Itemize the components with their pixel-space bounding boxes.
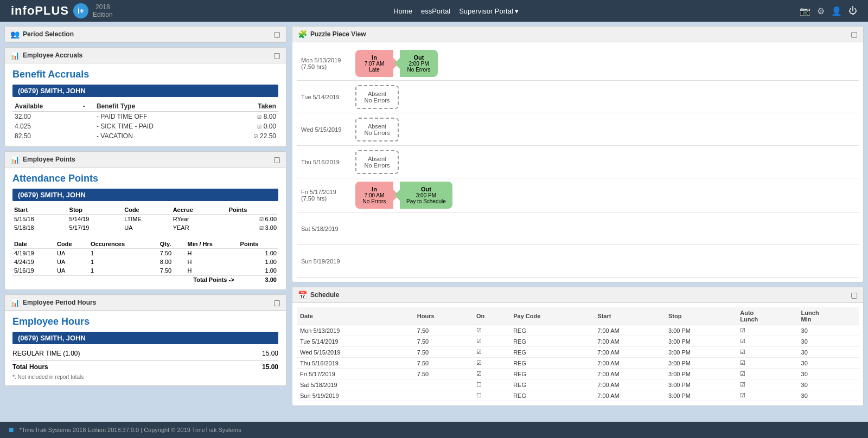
table-row: Mon 5/13/2019 7.50 ☑ REG 7:00 AM 3:00 PM…	[297, 325, 859, 336]
header-icons: 📷 ⚙ 👤 ⏻	[800, 6, 857, 16]
employee-points-box: 📊 Employee Points ▢ Attendance Points (0…	[4, 151, 286, 290]
points-total-value: 3.00	[239, 275, 278, 285]
points-title: Employee Points	[23, 156, 75, 163]
col-dash: -	[81, 101, 94, 112]
logout-icon[interactable]: ⏻	[848, 6, 857, 16]
hours-employee-badge: (0679) SMITH, JOHN	[12, 332, 278, 344]
schedule-minimize-button[interactable]: ▢	[851, 291, 858, 299]
table-row: 4.025 - SICK TIME - PAID ☑ 0.00	[12, 121, 278, 131]
left-panel: 👥 Period Selection ▢ 📊 Employee Accruals…	[4, 26, 286, 417]
nav-home[interactable]: Home	[393, 7, 412, 15]
puzzle-icon: 🧩	[298, 30, 307, 38]
accruals-body: Benefit Accruals (0679) SMITH, JOHN Avai…	[5, 63, 286, 146]
hours-body: Employee Hours (0679) SMITH, JOHN REGULA…	[5, 311, 286, 385]
det-col-points: Points	[239, 240, 278, 249]
pts-col-stop: Stop	[68, 205, 123, 215]
total-hours-row: Total Hours 15.00	[12, 360, 278, 371]
puzzle-header: 🧩 Puzzle Piece View ▢	[292, 27, 863, 42]
top-header: infoPLUS i+ 2018 Edition Home essPortal …	[0, 0, 868, 22]
gear-icon[interactable]: ⚙	[817, 6, 825, 16]
points-minimize-button[interactable]: ▢	[273, 155, 280, 164]
puzzle-out-piece: Out 2:00 PM No Errors	[400, 50, 438, 77]
det-col-occ: Occurences	[89, 240, 158, 249]
points-body: Attendance Points (0679) SMITH, JOHN Sta…	[5, 168, 286, 289]
hours-minimize-button[interactable]: ▢	[273, 298, 280, 307]
puzzle-absent-piece: Absent No Errors	[355, 150, 399, 174]
pts-col-start: Start	[12, 205, 68, 215]
right-panel: 🧩 Puzzle Piece View ▢ Mon 5/13/2019(7.50…	[292, 26, 864, 417]
sched-col-date: Date	[297, 307, 414, 325]
points-header: 📊 Employee Points ▢	[5, 152, 286, 168]
accruals-icon: 📊	[10, 51, 20, 60]
camera-icon[interactable]: 📷	[800, 6, 810, 16]
accruals-minimize-button[interactable]: ▢	[273, 51, 280, 60]
schedule-icon: 📅	[298, 291, 307, 299]
col-available: Available	[12, 101, 81, 112]
points-total-label: Total Points ->	[12, 275, 239, 285]
list-item: Sun 5/19/2019	[297, 245, 859, 278]
sched-col-autolunch: AutoLunch	[737, 307, 797, 325]
table-row: 82.50 - VACATION ☑ 22.50	[12, 131, 278, 141]
hours-subtitle: Employee Hours	[12, 316, 278, 327]
table-row: 32.00 - PAID TIME OFF ☑ 8.00	[12, 112, 278, 122]
table-row: 4/19/19 UA 1 7.50 H 1.00	[12, 249, 278, 258]
points-subtitle: Attendance Points	[12, 173, 278, 184]
accruals-title: Employee Accruals	[23, 51, 82, 59]
det-col-min-hrs: Min / Hrs	[186, 240, 239, 249]
schedule-table: Date Hours On Pay Code Start Stop AutoLu…	[297, 307, 859, 401]
table-row: Thu 5/16/2019 7.50 ☑ REG 7:00 AM 3:00 PM…	[297, 358, 859, 369]
user-icon[interactable]: 👤	[831, 6, 842, 16]
accruals-header: 📊 Employee Accruals ▢	[5, 48, 286, 63]
total-hours-value: 15.00	[262, 363, 278, 371]
nav-supervisor[interactable]: Supervisor Portal ▾	[459, 7, 519, 15]
puzzle-view-box: 🧩 Puzzle Piece View ▢ Mon 5/13/2019(7.50…	[292, 26, 864, 282]
accruals-subtitle: Benefit Accruals	[12, 69, 278, 80]
table-row: 5/15/18 5/14/19 LTIME RYear ☑ 6.00	[12, 215, 278, 224]
table-row: 4/24/19 UA 1 8.00 H 1.00	[12, 257, 278, 266]
list-item: Tue 5/14/2019 Absent No Errors	[297, 81, 859, 113]
puzzle-in-piece: In 7:07 AM Late	[355, 50, 393, 77]
pts-col-points: Points	[227, 205, 278, 215]
brand-area: infoPLUS i+ 2018 Edition	[11, 3, 113, 19]
edition-text: 2018 Edition	[93, 3, 113, 19]
nav-essportal[interactable]: essPortal	[421, 7, 450, 15]
col-benefit-type: Benefit Type	[94, 101, 222, 112]
accruals-employee-badge: (0679) SMITH, JOHN	[12, 85, 278, 97]
list-item: Sat 5/18/2019	[297, 212, 859, 245]
det-col-qty: Qty.	[158, 240, 186, 249]
points-employee-badge: (0679) SMITH, JOHN	[12, 189, 278, 201]
hours-title: Employee Period Hours	[23, 299, 96, 306]
puzzle-in-piece: In 7:00 AM No Errors	[355, 182, 393, 209]
table-row: 5/18/18 5/17/19 UA YEAR ☑ 3.00	[12, 223, 278, 232]
det-col-code: Code	[55, 240, 89, 249]
puzzle-absent-piece: Absent No Errors	[355, 118, 399, 141]
footer-text: *TimeTrak Systems 2018 Edition 2018.37.0…	[20, 427, 241, 433]
list-item: Thu 5/16/2019 Absent No Errors	[297, 146, 859, 178]
total-hours-label: Total Hours	[12, 363, 48, 371]
period-icon: 👥	[10, 30, 20, 38]
table-row: Sun 5/19/2019 ☐ REG 7:00 AM 3:00 PM ☑ 30	[297, 390, 859, 401]
det-col-date: Date	[12, 240, 55, 249]
col-taken: Taken	[222, 101, 278, 112]
points-icon: 📊	[10, 155, 20, 164]
sched-col-lunchmin: LunchMin	[798, 307, 859, 325]
puzzle-title: Puzzle Piece View	[310, 30, 366, 38]
brand-name: infoPLUS	[11, 4, 69, 18]
points-summary-table: Start Stop Code Accrue Points 5/15/18 5/…	[12, 205, 278, 232]
pts-col-accrue: Accrue	[171, 205, 227, 215]
list-item: REGULAR TIME (1.00)15.00	[12, 349, 278, 358]
hours-footnote: *: Not included in report totals	[12, 374, 278, 380]
top-nav: Home essPortal Supervisor Portal ▾	[393, 7, 519, 15]
table-row: 5/16/19 UA 1 7.50 H 1.00	[12, 266, 278, 275]
sched-col-hours: Hours	[414, 307, 473, 325]
period-title: Period Selection	[23, 30, 74, 38]
accruals-table: Available - Benefit Type Taken 32.00 - P…	[12, 101, 278, 141]
schedule-title: Schedule	[310, 291, 339, 299]
hours-header: 📊 Employee Period Hours ▢	[5, 295, 286, 311]
puzzle-minimize-button[interactable]: ▢	[851, 30, 858, 38]
period-selection-header: 👥 Period Selection ▢	[5, 27, 286, 42]
sched-col-paycode: Pay Code	[510, 307, 594, 325]
period-minimize-button[interactable]: ▢	[273, 30, 280, 38]
table-row: Tue 5/14/2019 7.50 ☑ REG 7:00 AM 3:00 PM…	[297, 336, 859, 347]
footer-dot: ■	[9, 425, 14, 435]
